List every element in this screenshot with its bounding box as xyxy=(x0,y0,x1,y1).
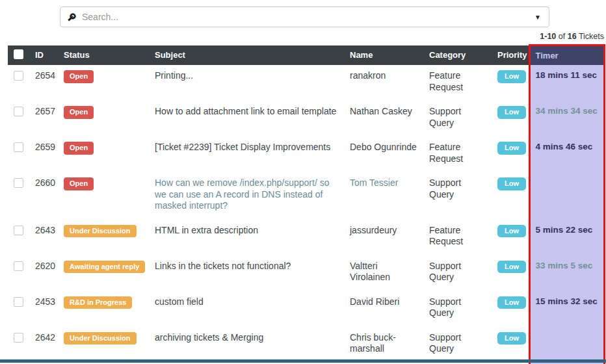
ticket-timer xyxy=(529,172,604,220)
search-input[interactable] xyxy=(82,12,533,22)
status-badge: Under Discussion xyxy=(64,332,137,345)
ticket-name: Chris buck-marshall xyxy=(345,327,424,363)
ticket-name: Tom Tessier xyxy=(345,172,424,220)
ticket-id: 2659 xyxy=(30,136,59,172)
header-subject[interactable]: Subject xyxy=(150,46,345,66)
status-badge: Open xyxy=(64,70,94,83)
table-row: 2660 Open How can we remove /index.php/s… xyxy=(8,172,604,220)
ticket-id: 2660 xyxy=(30,172,59,220)
table-row: 2659 Open [Ticket #2239] Ticket Display … xyxy=(8,136,604,172)
summary-of: of xyxy=(559,32,565,41)
ticket-id: 2642 xyxy=(30,327,59,363)
row-checkbox[interactable] xyxy=(14,107,23,116)
ticket-name: Debo Ogunrinde xyxy=(345,136,424,172)
ticket-rows: 2654 Open Printing... ranakron Feature R… xyxy=(8,65,604,364)
priority-badge: Low xyxy=(497,177,526,190)
header-status[interactable]: Status xyxy=(59,46,150,66)
ticket-category: Support Query xyxy=(424,327,492,363)
header-priority[interactable]: Priority xyxy=(492,46,529,66)
ticket-name: jassurdeury xyxy=(345,220,424,255)
priority-badge: Low xyxy=(497,225,526,238)
ticket-subject[interactable]: How can we remove /index.php/support/ so… xyxy=(150,172,345,220)
ticket-name: Nathan Caskey xyxy=(345,101,424,136)
status-badge: Open xyxy=(64,142,94,155)
ticket-subject[interactable]: How to add attachment link to email temp… xyxy=(150,101,345,136)
summary-total: 16 xyxy=(568,32,577,41)
tickets-table: ID Status Subject Name Category Priority… xyxy=(8,44,605,364)
ticket-id: 2654 xyxy=(30,65,59,101)
search-box[interactable]: 🔍︎ ▼ xyxy=(60,6,549,27)
ticket-category: Support Query xyxy=(424,291,492,327)
row-checkbox[interactable] xyxy=(14,226,23,235)
header-id[interactable]: ID xyxy=(30,46,59,66)
ticket-timer: 5 mins 22 sec xyxy=(529,220,604,255)
ticket-category: Feature Request xyxy=(424,136,492,172)
ticket-id: 2453 xyxy=(30,291,59,327)
ticket-timer: 33 mins 5 sec xyxy=(529,255,604,291)
ticket-subject[interactable]: custom field xyxy=(150,291,345,327)
ticket-name: Valtteri Virolainen xyxy=(345,255,424,291)
priority-badge: Low xyxy=(497,261,526,274)
summary-unit: Tickets xyxy=(579,32,604,41)
ticket-timer: 4 mins 46 sec xyxy=(529,136,604,172)
table-row: 2620 Awaiting agent reply Links in the t… xyxy=(8,255,604,291)
ticket-id: 2643 xyxy=(30,220,59,255)
caret-down-icon[interactable]: ▼ xyxy=(533,12,542,22)
table-row: 2453 R&D in Progress custom field David … xyxy=(8,291,604,327)
ticket-subject[interactable]: Links in the tickets not functional? xyxy=(150,255,345,291)
row-checkbox[interactable] xyxy=(14,333,23,343)
ticket-category: Support Query xyxy=(424,172,492,220)
priority-badge: Low xyxy=(497,332,526,345)
row-checkbox[interactable] xyxy=(14,142,23,152)
priority-badge: Low xyxy=(497,70,526,83)
ticket-subject[interactable]: archiving tickets & Merging xyxy=(150,327,345,363)
summary-range: 1-10 xyxy=(540,32,556,41)
search-icon: 🔍︎ xyxy=(67,12,77,23)
row-checkbox[interactable] xyxy=(14,71,23,81)
table-row: 2654 Open Printing... ranakron Feature R… xyxy=(8,65,604,101)
search-row: 🔍︎ ▼ xyxy=(60,6,549,27)
ticket-count-summary: 1-10 of 16 Tickets xyxy=(8,32,604,41)
ticket-id: 2620 xyxy=(30,255,59,291)
row-checkbox[interactable] xyxy=(14,261,23,271)
select-all-checkbox[interactable] xyxy=(14,49,23,59)
ticket-subject[interactable]: [Ticket #2239] Ticket Display Improvemen… xyxy=(150,136,345,172)
header-name[interactable]: Name xyxy=(345,46,424,66)
ticket-category: Support Query xyxy=(424,255,492,291)
ticket-timer: 15 mins 32 sec xyxy=(529,291,604,327)
header-timer[interactable]: Timer xyxy=(529,46,604,66)
status-badge: Open xyxy=(64,106,94,119)
priority-badge: Low xyxy=(497,142,526,155)
priority-badge: Low xyxy=(497,296,526,309)
ticket-timer xyxy=(529,327,604,363)
row-checkbox[interactable] xyxy=(14,178,23,188)
ticket-id: 2657 xyxy=(30,101,59,136)
ticket-name: David Riberi xyxy=(345,291,424,327)
status-badge: Awaiting agent reply xyxy=(64,261,145,274)
ticket-category: Feature Request xyxy=(424,65,492,101)
ticket-subject[interactable]: HTML in extra description xyxy=(150,220,345,255)
header-category[interactable]: Category xyxy=(424,46,492,66)
status-badge: Open xyxy=(64,177,94,190)
ticket-category: Support Query xyxy=(424,101,492,136)
ticket-name: ranakron xyxy=(345,65,424,101)
bottom-accent-bar xyxy=(0,359,606,363)
row-checkbox[interactable] xyxy=(14,297,23,307)
status-badge: R&D in Progress xyxy=(64,296,132,309)
priority-badge: Low xyxy=(497,106,526,119)
table-row: 2642 Under Discussion archiving tickets … xyxy=(8,327,604,363)
table-header-row: ID Status Subject Name Category Priority… xyxy=(8,46,604,66)
ticket-subject[interactable]: Printing... xyxy=(150,65,345,101)
ticket-timer: 34 mins 34 sec xyxy=(529,101,604,136)
table-row: 2657 Open How to add attachment link to … xyxy=(8,101,604,136)
status-badge: Under Discussion xyxy=(64,225,137,238)
ticket-list-page: 🔍︎ ▼ 1-10 of 16 Tickets ID Status Subjec… xyxy=(0,0,606,364)
ticket-timer: 18 mins 11 sec xyxy=(529,65,604,101)
ticket-category: Feature Request xyxy=(424,220,492,255)
table-row: 2643 Under Discussion HTML in extra desc… xyxy=(8,220,604,255)
